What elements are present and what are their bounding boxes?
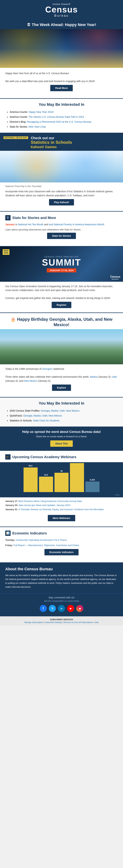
more-interest-label: Statistics In Schools:: [10, 419, 33, 422]
economic-indicators-button[interactable]: Economic Indicators: [44, 549, 79, 555]
summit-body1: Our Census Open Innovation Summit is hap…: [5, 284, 118, 292]
about-section: About the Census Bureau We serve as the …: [0, 562, 123, 593]
webinar-link-3[interactable]: A Thematic Session on Diversity, Equity,…: [19, 508, 103, 511]
linkedin-icon[interactable]: in: [58, 605, 65, 612]
footer-manage-link[interactable]: Manage Subscriptions: [24, 621, 43, 623]
explore-btn-container: Explore: [5, 383, 118, 394]
summit-image: RSVPNOW CENSUS OPEN INNOVATION SUMMIT JA…: [0, 247, 123, 282]
stats-hot-tea-text: is: [16, 223, 18, 226]
webinar-list: January 17: Best Practices When Using Am…: [0, 497, 123, 513]
stats-for-stories-button[interactable]: Stats for Stories: [47, 233, 76, 239]
summit-section: RSVPNOW CENSUS OPEN INNOVATION SUMMIT JA…: [0, 247, 123, 313]
summit-main-title: SUMMIT: [42, 258, 81, 267]
webinar-link-2[interactable]: data.census.gov News and Updates: Januar…: [19, 504, 70, 506]
interest-link[interactable]: The Stories U.S. Census Bureau Data Told…: [28, 116, 84, 118]
webinar-heading: Upcoming Census Academy Webinars: [12, 455, 76, 459]
stats-hot-tea: January is National Hot Tea Month and an…: [5, 222, 118, 226]
stats-and: and: [44, 223, 49, 226]
footer-subscriber-label: SUBSCRIBER SERVICES: [3, 618, 120, 621]
trivia-statistics: Statistics in Schools: [31, 140, 72, 145]
birthday-georgia-link[interactable]: Georgia's: [42, 368, 52, 370]
trivia-body: Incorporate trivia into your classroom w…: [5, 189, 118, 197]
social-section: Stay connected with us! Join the convers…: [0, 593, 123, 616]
summit-btn-container: Register: [5, 300, 118, 312]
read-more-button[interactable]: Read More: [50, 85, 73, 91]
stats-poverty-link[interactable]: and National Poverty in America Awarenes…: [49, 223, 104, 226]
birthday-anniversary-text: Today is the 236th anniversary of: [5, 368, 41, 370]
rsvp-badge: RSVPNOW: [3, 249, 9, 255]
social-label: Stay connected with us!: [5, 596, 118, 599]
economic-btn-container: Economic Indicators: [5, 547, 118, 559]
birthday-newmexico-link[interactable]: New Mexico: [24, 379, 37, 382]
social-subtitle: Join the conversation on social media: [5, 600, 118, 602]
economic-link-2[interactable]: Full Report — Manufacturers' Shipments, …: [13, 544, 79, 547]
economic-text: Tuesday: Construction Spending (Construc…: [5, 538, 118, 547]
facebook-icon[interactable]: f: [40, 605, 47, 612]
trivia-banner: National Trivia Day Check out our Statis…: [0, 133, 123, 151]
stats-title-row: 🗓 Stats for Stories and More: [5, 215, 118, 220]
list-item: Statistics In Schools: State Facts for S…: [10, 418, 118, 423]
social-icons: f 𝕏 in ▶ ◉: [5, 605, 118, 612]
list-item: America Counts: Happy New Year 2024!: [10, 110, 118, 115]
trivia-note: National Trivia Day is this Thursday!: [5, 185, 118, 188]
logo: United States® Census Bureau: [3, 3, 120, 18]
economic-day-1: Tuesday:: [5, 539, 15, 541]
bar-rect-2: [39, 476, 53, 492]
economic-title-row: 📊 Economic Indicators: [5, 531, 118, 536]
share-this-button[interactable]: Share This: [50, 440, 73, 447]
more-interest-link[interactable]: Georgia; Alaska; Utah; New Mexico: [41, 409, 80, 412]
more-webinars-button[interactable]: More Webinars: [48, 515, 75, 521]
birthday-alaska-link[interactable]: Alaska: [90, 375, 97, 378]
bar-value-1: 86.6: [29, 465, 32, 467]
interest-title-1: You May Be Interested In: [5, 102, 118, 107]
interest-link[interactable]: New Year's Day: [28, 125, 46, 128]
play-kahoot-button[interactable]: Play Kahoot!: [49, 199, 74, 206]
webinar-date-3: January 31:: [5, 508, 18, 511]
summit-text-block: Our Census Open Innovation Summit is hap…: [0, 282, 123, 313]
stats-observances: January is National Hot Tea Month and an…: [5, 222, 118, 226]
chart-bar-1: 86.6: [24, 465, 38, 492]
stats-body: Learn about upcoming observances and cel…: [5, 228, 118, 231]
economic-day-2: Friday:: [5, 544, 13, 547]
youtube-icon[interactable]: ▶: [67, 605, 74, 612]
more-interest-link[interactable]: State Facts for Students: [33, 419, 59, 422]
more-interest-link[interactable]: Georgia; Alaska; Utah; New Mexico: [23, 414, 62, 417]
interest-section-1: You May Be Interested In America Counts:…: [0, 98, 123, 133]
chart-bar-3: 48: [55, 470, 68, 492]
fireworks-decoration: [0, 29, 123, 68]
register-button[interactable]: Register: [52, 302, 71, 308]
stats-section: 🗓 Stats for Stories and More January is …: [0, 211, 123, 246]
economic-link-1[interactable]: Construction Spending (Construction Put …: [16, 539, 67, 541]
hero-btn-container: Read More: [5, 83, 118, 95]
trivia-image: [0, 151, 123, 182]
footer-help-link[interactable]: Help: [95, 621, 99, 623]
national-trivia-badge: National Trivia Day: [3, 136, 28, 139]
economic-icon: 📊: [5, 531, 10, 536]
bar-value-3: 48: [60, 470, 63, 472]
footer-remove-link[interactable]: Remove me from all Subscriptions: [64, 621, 93, 623]
explore-button[interactable]: Explore: [52, 384, 71, 391]
trivia-kahoot: Kahoot! Games: [31, 145, 72, 149]
hero-section: 🗓 The Week Ahead: Happy New Year! 🎆 Happ…: [0, 21, 123, 98]
birthday-statehood: statehood.: [53, 368, 65, 370]
stats-hot-tea-link[interactable]: National Hot Tea Month: [18, 223, 43, 226]
stats-heading: Stats for Stories and More: [12, 216, 56, 220]
twitter-icon[interactable]: 𝕏: [49, 605, 56, 612]
bar-value-4: 218: [75, 460, 79, 462]
birthday-title: 🎂 Happy Birthday Georgia, Alaska, Utah, …: [0, 313, 123, 329]
bar-rect-5: [85, 482, 99, 492]
birthday-newmexico-date: (January 6).: [38, 379, 51, 382]
economic-event-1: Tuesday: Construction Spending (Construc…: [5, 538, 118, 542]
stats-january: January: [5, 223, 15, 226]
interest-link[interactable]: Recapping a Phenomenal 2023 at the U.S. …: [27, 120, 91, 123]
instagram-icon[interactable]: ◉: [76, 605, 83, 612]
footer-settings-link[interactable]: Subscriber Settings: [45, 621, 62, 623]
chart-bar-4: 218: [70, 460, 84, 492]
interest-label: America Counts:: [10, 111, 28, 113]
birthday-utah-link[interactable]: Utah: [112, 375, 117, 378]
webinar-event-3: January 31: A Thematic Session on Divers…: [5, 507, 118, 512]
spread-text: Share this on social media or forward it…: [5, 435, 118, 438]
interest-link[interactable]: Happy New Year 2024!: [28, 111, 54, 113]
trivia-left: National Trivia Day: [3, 136, 28, 140]
webinar-link-1[interactable]: Best Practices When Using American Commu…: [19, 500, 82, 502]
